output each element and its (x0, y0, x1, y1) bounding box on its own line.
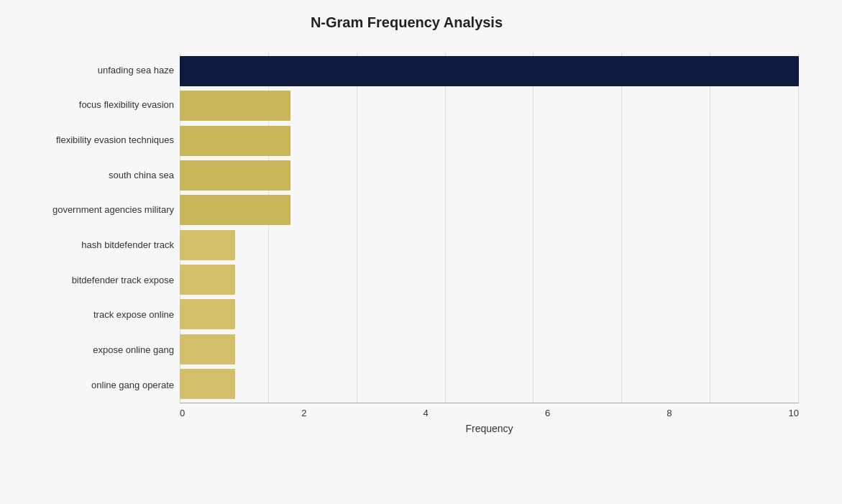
bar-row (180, 124, 799, 158)
bar (180, 126, 290, 156)
chart-title: N-Gram Frequency Analysis (14, 14, 799, 31)
x-tick-label: 4 (424, 408, 429, 418)
bar (180, 299, 235, 329)
bar-row (180, 331, 799, 366)
x-tick-label: 2 (301, 408, 306, 418)
bar (180, 91, 290, 121)
bar (180, 56, 799, 86)
bar (180, 230, 235, 260)
x-tick-labels: 0246810 (180, 408, 799, 418)
bar (180, 160, 290, 191)
y-labels: unfading sea hazefocus flexibility evasi… (14, 52, 180, 403)
bar-row (180, 88, 799, 123)
bar-row (180, 262, 799, 297)
y-label: government agencies military (14, 193, 174, 228)
bar-row (180, 193, 799, 227)
bar-row (180, 297, 799, 331)
y-label: expose online gang (14, 333, 174, 368)
grid-and-bars: unfading sea hazefocus flexibility evasi… (14, 52, 799, 403)
bar-row (180, 54, 799, 88)
bar (180, 334, 235, 365)
y-label: flexibility evasion techniques (14, 122, 174, 157)
y-label: hash bitdefender track (14, 228, 174, 263)
x-tick-label: 0 (180, 408, 185, 418)
x-axis-line (180, 403, 799, 403)
bar (180, 265, 235, 295)
chart-area: unfading sea hazefocus flexibility evasi… (14, 52, 799, 434)
y-label: online gang operate (14, 367, 174, 403)
x-axis-label: Frequency (180, 423, 799, 434)
y-label: unfading sea haze (14, 52, 174, 88)
bars-and-grid (180, 52, 799, 403)
bar-row (180, 227, 799, 262)
y-label: south china sea (14, 157, 174, 193)
bar-row (180, 158, 799, 193)
bar (180, 195, 290, 225)
chart-container: N-Gram Frequency Analysis unfading sea h… (0, 0, 842, 504)
bar (180, 369, 235, 399)
y-label: track expose online (14, 298, 174, 333)
bar-row (180, 367, 799, 401)
x-tick-label: 8 (667, 408, 672, 418)
y-label: focus flexibility evasion (14, 88, 174, 123)
x-tick-label: 6 (545, 408, 550, 418)
y-label: bitdefender track expose (14, 262, 174, 298)
x-tick-label: 10 (788, 408, 798, 418)
x-axis-area: 0246810 Frequency (180, 403, 799, 434)
bars-wrapper (180, 52, 799, 403)
